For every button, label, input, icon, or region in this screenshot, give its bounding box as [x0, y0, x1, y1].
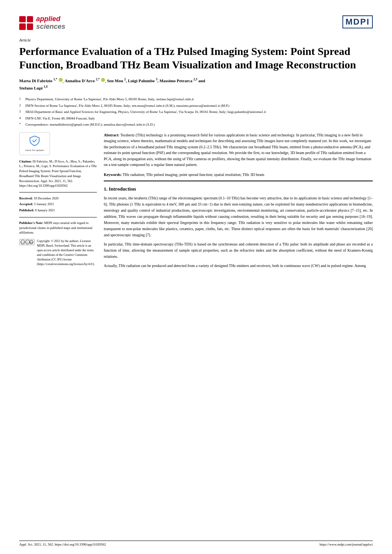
citation-text: Di Fabrizio, M.; D'Arco, A.; Mou, S.; Pa…: [19, 159, 97, 188]
intro-para-3: Actually, THz radiation can be produced …: [104, 263, 373, 269]
mdpi-logo: MDPI: [342, 15, 373, 28]
article-type: Article: [19, 38, 373, 42]
journal-name: applied sciences: [36, 15, 65, 31]
abstract-block: Abstract: Terahertz (THz) technology is …: [104, 132, 373, 168]
accepted-date: Accepted: 5 January 2021: [19, 201, 97, 207]
check-updates-icon: [29, 135, 40, 148]
dates-block: Received: 18 December 2020 Accepted: 5 J…: [19, 196, 97, 213]
citation-block: Citation: Di Fabrizio, M.; D'Arco, A.; M…: [19, 159, 97, 189]
check-updates-label: check for updates: [25, 149, 44, 152]
orcid-icon-1: i: [59, 78, 63, 82]
keywords-label: Keywords:: [104, 173, 122, 177]
affiliations-block: 1 Physics Department, University of Rome…: [19, 97, 373, 128]
affiliation-correspondence: * Correspondence: martadifabrizio@gmail.…: [19, 122, 373, 128]
page-footer: Appl. Sci. 2021, 11, 562. https://doi.or…: [19, 541, 373, 546]
publisher-note: Publisher's Note: MDPI stays neutral wit…: [19, 221, 97, 235]
keywords-text: THz radiation; THz pulsed imaging; point…: [123, 173, 264, 177]
affiliation-4: 4 INFN-LNF, Via E. Fermi 40, 00044 Frasc…: [19, 116, 373, 121]
orcid-icon-2: i: [101, 78, 105, 82]
affiliation-3: 3 SBAI-Department of Basic and Applied S…: [19, 109, 373, 115]
svg-text:©: ©: [27, 241, 29, 244]
check-updates-badge: check for updates: [19, 132, 50, 155]
cc-logo-icon: CC © BY: [19, 239, 35, 245]
keywords-block: Keywords: THz radiation; THz pulsed imag…: [104, 172, 373, 182]
logo-sciences-text: sciences: [36, 23, 65, 31]
left-sidebar: check for updates Citation: Di Fabrizio,…: [19, 132, 104, 272]
right-content: Abstract: Terahertz (THz) technology is …: [104, 132, 373, 272]
publisher-note-label: Publisher's Note:: [19, 221, 43, 225]
intro-para-2: In particular, THz time-domain spectrosc…: [104, 241, 373, 260]
svg-text:CC: CC: [21, 241, 25, 244]
abstract-label: Abstract:: [104, 133, 120, 137]
abstract-text: Terahertz (THz) technology is a promisin…: [104, 133, 371, 167]
received-date: Received: 18 December 2020: [19, 196, 97, 201]
citation-label: Citation:: [19, 159, 32, 163]
cc-license-block: CC © BY Copyright: © 2021 by the authors…: [19, 239, 97, 267]
page-header: applied sciences MDPI: [19, 15, 373, 31]
footer-right: https://www.mdpi.com/journal/applsci: [320, 542, 373, 546]
journal-logo: applied sciences: [19, 15, 65, 31]
intro-para-1: In recent years, the terahertz (THz) ran…: [104, 195, 373, 238]
logo-icon: [19, 16, 33, 30]
intro-heading: 1. Introduction: [104, 186, 373, 192]
divider-2: [19, 217, 97, 217]
article-title: Performance Evaluation of a THz Pulsed I…: [19, 45, 373, 71]
divider-1: [19, 192, 97, 192]
published-date: Published: 8 January 2021: [19, 207, 97, 213]
svg-text:BY: BY: [30, 241, 33, 244]
affiliation-1: 1 Physics Department, University of Rome…: [19, 97, 373, 102]
copyright-text: Copyright: © 2021 by the authors. Licens…: [37, 239, 97, 267]
affiliation-2: 2 INFN-Section of Rome 'La Sapienza', P.…: [19, 103, 373, 109]
footer-left: Appl. Sci. 2021, 11, 562. https://doi.or…: [19, 542, 106, 546]
main-content: check for updates Citation: Di Fabrizio,…: [19, 132, 373, 272]
authors-line: Marta Di Fabrizio 1,* i, Annalisa D'Arco…: [19, 78, 373, 92]
logo-applied-text: applied: [36, 15, 65, 23]
